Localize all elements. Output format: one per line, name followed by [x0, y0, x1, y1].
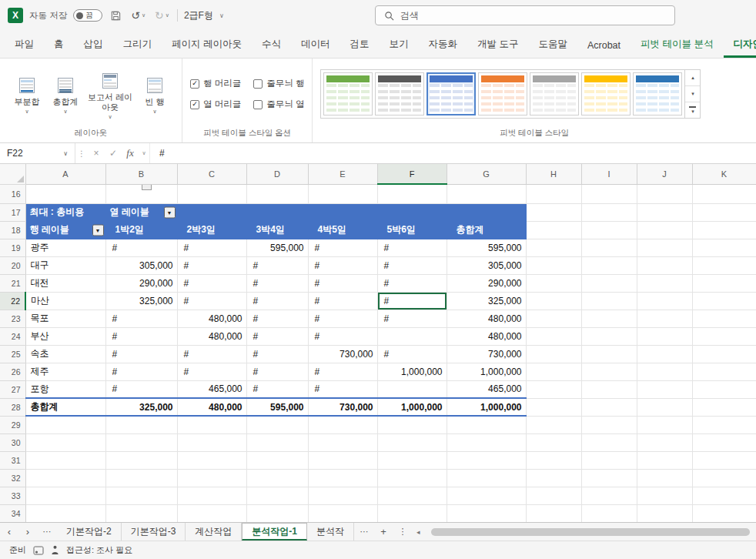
pivot-grand-total-label[interactable]: 총합계 [25, 398, 105, 416]
cell[interactable] [581, 416, 637, 433]
cell[interactable]: 290,000 [447, 274, 526, 292]
gallery-scroll-up-button[interactable]: ▴ [685, 70, 700, 86]
col-header-J[interactable]: J [637, 164, 692, 184]
column-filter-dropdown-button[interactable]: ▼ [164, 206, 176, 218]
cell[interactable] [581, 203, 637, 221]
pivot-value-title-cell[interactable]: 최대 : 총비용 [25, 203, 105, 221]
cell[interactable]: # [377, 345, 447, 363]
cell[interactable]: # [177, 239, 246, 256]
cell[interactable] [581, 310, 637, 327]
tab-page-layout[interactable]: 페이지 레이아웃 [162, 31, 252, 58]
cell[interactable]: 480,000 [447, 310, 526, 327]
cell[interactable] [447, 184, 526, 203]
pivot-col-header[interactable]: 4박5일 [308, 221, 377, 239]
macro-record-button[interactable] [33, 546, 44, 555]
add-sheet-button[interactable]: + [374, 523, 393, 541]
cell[interactable] [377, 380, 447, 398]
row-filter-dropdown-button[interactable]: ▼ [92, 224, 104, 236]
cell[interactable] [581, 398, 637, 416]
cell[interactable]: 1,000,000 [447, 363, 526, 380]
cell[interactable] [692, 292, 756, 310]
cell[interactable] [526, 256, 581, 274]
pivot-style-swatch-blue-selected[interactable] [427, 72, 476, 115]
cell[interactable] [692, 345, 756, 363]
cell[interactable] [581, 239, 637, 256]
excel-logo-icon[interactable]: X [8, 8, 23, 23]
pivot-row-label[interactable]: 마산 [25, 292, 105, 310]
cell[interactable]: 480,000 [447, 327, 526, 345]
cell[interactable] [692, 221, 756, 239]
cell[interactable]: 305,000 [447, 256, 526, 274]
cell[interactable]: # [377, 310, 447, 327]
cell[interactable] [447, 504, 526, 522]
cell[interactable] [447, 487, 526, 504]
row-header-33[interactable]: 33 [0, 487, 25, 504]
cell[interactable]: 325,000 [447, 292, 526, 310]
pivot-style-swatch-orange[interactable] [478, 72, 527, 115]
cell[interactable] [692, 451, 756, 469]
cell[interactable] [637, 310, 692, 327]
cell[interactable] [526, 327, 581, 345]
pivot-col-labels-cell[interactable]: 열 레이블▼ [105, 203, 177, 221]
cell[interactable] [692, 504, 756, 522]
cell[interactable]: # [308, 239, 377, 256]
cell[interactable] [526, 310, 581, 327]
cell[interactable]: # [308, 292, 377, 310]
cell[interactable] [637, 327, 692, 345]
cell[interactable] [581, 469, 637, 487]
cell[interactable] [308, 487, 377, 504]
cell[interactable] [692, 184, 756, 203]
cell[interactable]: 1,000,000 [447, 398, 526, 416]
cell[interactable] [447, 416, 526, 433]
row-header-23[interactable]: 23 [0, 310, 25, 327]
row-header-30[interactable]: 30 [0, 433, 25, 451]
cell[interactable] [177, 203, 246, 221]
cell[interactable]: 290,000 [105, 274, 177, 292]
cell[interactable] [377, 487, 447, 504]
cell[interactable]: # [308, 327, 377, 345]
cell[interactable]: # [177, 363, 246, 380]
cell[interactable]: # [308, 380, 377, 398]
col-header-I[interactable]: I [581, 164, 637, 184]
tab-acrobat[interactable]: Acrobat [577, 33, 631, 58]
save-button[interactable] [109, 10, 123, 22]
cell[interactable] [105, 469, 177, 487]
tab-insert[interactable]: 삽입 [74, 31, 113, 58]
grand-totals-button[interactable]: 총합계 ∨ [46, 74, 85, 114]
row-header-16[interactable]: 16 [0, 184, 25, 203]
cell[interactable] [246, 451, 308, 469]
cell[interactable] [105, 433, 177, 451]
cell[interactable] [526, 345, 581, 363]
sheet-nav-left-button[interactable]: ‹ [0, 523, 18, 541]
cell[interactable] [637, 203, 692, 221]
report-layout-button[interactable]: 보고서 레이아웃 ∨ [85, 69, 135, 119]
option-banded-rows[interactable]: 줄무늬 행 [253, 78, 304, 89]
cell[interactable]: # [177, 256, 246, 274]
tab-view[interactable]: 보기 [379, 31, 418, 58]
cell[interactable] [377, 433, 447, 451]
cell[interactable] [581, 487, 637, 504]
chevron-down-icon[interactable]: ∨ [219, 12, 224, 19]
search-box[interactable]: 검색 [375, 5, 675, 25]
scroll-left-icon[interactable]: ◂ [413, 528, 424, 536]
cell[interactable] [526, 469, 581, 487]
cell[interactable] [581, 256, 637, 274]
cell[interactable] [637, 398, 692, 416]
tab-file[interactable]: 파일 [5, 31, 44, 58]
cell[interactable] [308, 433, 377, 451]
tab-review[interactable]: 검토 [340, 31, 379, 58]
cell[interactable] [637, 416, 692, 433]
row-header-28[interactable]: 28 [0, 398, 25, 416]
cell[interactable] [246, 184, 308, 203]
cell[interactable]: # [377, 274, 447, 292]
pivot-col-header[interactable]: 5박6일 [377, 221, 447, 239]
cell[interactable] [692, 239, 756, 256]
cell[interactable]: 595,000 [246, 239, 308, 256]
cell[interactable] [637, 380, 692, 398]
pivot-row-label[interactable]: 목포 [25, 310, 105, 327]
tab-help[interactable]: 도움말 [528, 31, 577, 58]
sheet-options-button[interactable]: ⋮ [393, 523, 413, 541]
pivot-row-label[interactable]: 부산 [25, 327, 105, 345]
cell[interactable] [526, 363, 581, 380]
cell[interactable] [177, 416, 246, 433]
